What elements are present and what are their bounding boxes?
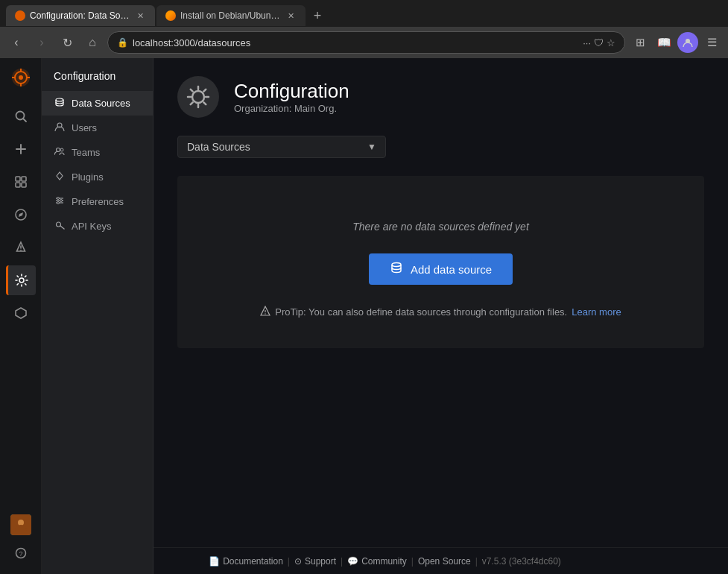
svg-line-9 xyxy=(23,119,26,122)
forward-button[interactable]: › xyxy=(31,32,52,53)
add-datasource-button[interactable]: Add data source xyxy=(369,253,513,285)
bookmark-icon[interactable]: ☆ xyxy=(607,37,615,48)
tab-bar: Configuration: Data Sour... ✕ Install on… xyxy=(0,0,728,27)
submenu-item-datasources[interactable]: Data Sources xyxy=(42,91,153,116)
footer-sep-2: | xyxy=(341,556,343,567)
community-link[interactable]: 💬 Community xyxy=(347,556,407,567)
submenu-item-apikeys[interactable]: API Keys xyxy=(42,214,153,239)
submenu-item-apikeys-label: API Keys xyxy=(72,221,111,232)
page-header: Configuration Organization: Main Org. xyxy=(177,76,704,118)
svg-point-3 xyxy=(19,75,23,80)
sidebar-item-explore[interactable] xyxy=(6,200,36,230)
avatar-inner xyxy=(10,514,31,535)
tab-1[interactable]: Configuration: Data Sour... ✕ xyxy=(6,5,155,26)
users-icon xyxy=(54,122,66,134)
back-button[interactable]: ‹ xyxy=(6,32,27,53)
datasources-icon xyxy=(54,97,66,110)
svg-marker-17 xyxy=(19,212,23,217)
submenu-item-users[interactable]: Users xyxy=(42,116,153,140)
version-text: v7.5.3 (3e3cf4dc60) xyxy=(482,556,561,567)
docs-link[interactable]: 📄 Documentation xyxy=(209,556,283,567)
home-button[interactable]: ⌂ xyxy=(82,32,103,53)
svg-point-21 xyxy=(18,520,24,526)
collections-icon[interactable]: ⊞ xyxy=(630,32,651,53)
submenu-item-datasources-label: Data Sources xyxy=(72,98,130,109)
footer-sep-1: | xyxy=(288,556,290,567)
protip: ProTip: You can also define data sources… xyxy=(201,306,680,318)
tab-2-title: Install on Debian/Ubuntu... xyxy=(180,10,280,21)
tab-1-close[interactable]: ✕ xyxy=(134,10,146,22)
support-link[interactable]: ⊙ Support xyxy=(294,556,336,567)
menu-icon[interactable]: ☰ xyxy=(701,32,722,53)
opensource-link[interactable]: Open Source xyxy=(418,556,471,567)
toolbar-icons: ⊞ 📖 ☰ xyxy=(630,32,722,53)
tab-1-title: Configuration: Data Sour... xyxy=(30,10,130,21)
teams-icon xyxy=(54,146,66,159)
apikeys-icon xyxy=(54,220,66,233)
support-icon: ⊙ xyxy=(294,556,302,567)
page-header-icon xyxy=(177,76,219,118)
tab-2-favicon xyxy=(165,10,176,21)
docs-icon: 📄 xyxy=(209,556,220,567)
support-label: Support xyxy=(305,556,336,567)
sidebar-item-server-admin[interactable] xyxy=(6,298,36,328)
submenu-header: Configuration xyxy=(42,64,153,91)
database-icon xyxy=(390,261,403,277)
page-title: Configuration xyxy=(234,80,349,103)
address-icons: ··· 🛡 ☆ xyxy=(583,37,615,48)
shield-icon[interactable]: 🛡 xyxy=(594,37,604,48)
plugins-icon xyxy=(54,171,66,183)
submenu-item-teams-label: Teams xyxy=(72,147,100,158)
tab-2-close[interactable]: ✕ xyxy=(285,10,297,22)
svg-point-33 xyxy=(57,202,60,204)
lock-icon: 🔒 xyxy=(117,37,128,48)
empty-state-text: There are no data sources defined yet xyxy=(201,221,680,233)
learn-more-link[interactable]: Learn more xyxy=(572,306,621,318)
protip-text: ProTip: You can also define data sources… xyxy=(275,306,567,318)
submenu-item-plugins-label: Plugins xyxy=(72,171,104,183)
sidebar: ? xyxy=(0,58,42,574)
submenu-item-plugins[interactable]: Plugins xyxy=(42,165,153,189)
address-bar[interactable]: 🔒 localhost:3000/datasources ··· 🛡 ☆ xyxy=(107,31,625,54)
more-icon[interactable]: ··· xyxy=(583,37,591,48)
nav-bar: ‹ › ↻ ⌂ 🔒 localhost:3000/datasources ···… xyxy=(0,27,728,58)
refresh-button[interactable]: ↻ xyxy=(57,32,77,53)
profile-icon[interactable] xyxy=(677,32,698,53)
svg-point-19 xyxy=(20,250,22,251)
tab-2[interactable]: Install on Debian/Ubuntu... ✕ xyxy=(156,5,306,26)
sidebar-item-dashboards[interactable] xyxy=(6,167,36,197)
page-header-text: Configuration Organization: Main Org. xyxy=(234,80,349,114)
empty-state-panel: There are no data sources defined yet Ad… xyxy=(177,176,704,348)
tab-1-favicon xyxy=(15,10,25,21)
sidebar-item-alerting[interactable] xyxy=(6,233,36,262)
community-icon: 💬 xyxy=(347,556,358,567)
browser-chrome: Configuration: Data Sour... ✕ Install on… xyxy=(0,0,728,58)
user-avatar[interactable] xyxy=(10,514,31,535)
address-text: localhost:3000/datasources xyxy=(133,37,578,48)
docs-label: Documentation xyxy=(223,556,283,567)
preferences-icon xyxy=(54,195,66,208)
datasource-dropdown[interactable]: Data Sources ▼ xyxy=(177,136,386,158)
chevron-down-icon: ▼ xyxy=(367,142,376,152)
opensource-label: Open Source xyxy=(418,556,471,567)
submenu-item-teams[interactable]: Teams xyxy=(42,140,153,165)
sidebar-item-search[interactable] xyxy=(6,101,36,131)
svg-point-20 xyxy=(19,278,24,283)
svg-point-32 xyxy=(60,200,63,202)
svg-point-37 xyxy=(392,263,401,267)
footer-sep-4: | xyxy=(475,556,478,567)
new-tab-button[interactable]: + xyxy=(307,5,328,26)
protip-icon xyxy=(260,306,270,318)
svg-rect-15 xyxy=(22,183,26,187)
svg-rect-13 xyxy=(22,177,26,181)
add-datasource-label: Add data source xyxy=(411,263,492,276)
submenu-item-preferences[interactable]: Preferences xyxy=(42,189,153,214)
dropdown-container: Data Sources ▼ xyxy=(177,136,704,158)
sidebar-item-help[interactable]: ? xyxy=(7,540,34,567)
reader-icon[interactable]: 📖 xyxy=(653,32,674,53)
sidebar-item-create[interactable] xyxy=(6,134,36,164)
svg-line-35 xyxy=(60,226,64,229)
sidebar-item-configuration[interactable] xyxy=(6,265,36,295)
grafana-logo[interactable] xyxy=(7,64,34,91)
config-submenu: Configuration Data Sources Users xyxy=(42,58,153,574)
